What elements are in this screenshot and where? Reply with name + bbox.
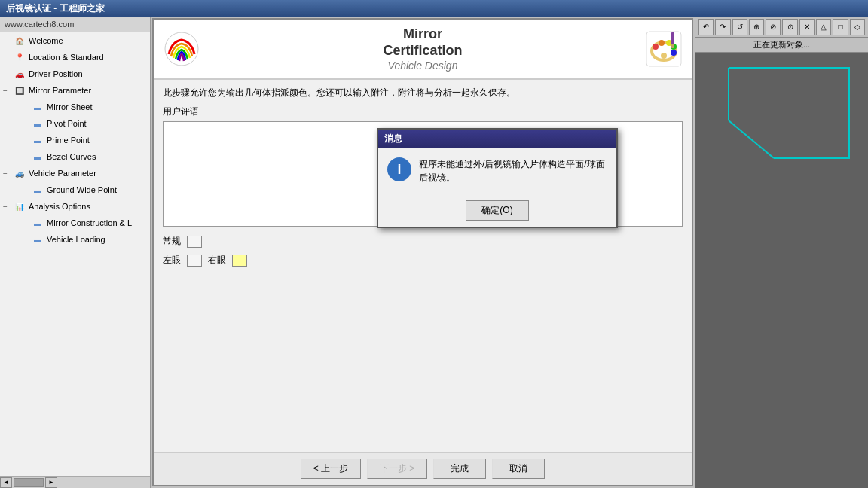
svg-point-8 bbox=[671, 50, 677, 56]
pivot-icon: ▬ bbox=[32, 117, 44, 130]
comment-label: 用户评语 bbox=[163, 105, 683, 118]
normal-color-row: 常规 bbox=[163, 235, 683, 248]
main-area: Mirror Certification Vehicle Design bbox=[151, 17, 695, 488]
title-bar: 后视镜认证 - 工程师之家 bbox=[0, 0, 868, 17]
next-button[interactable]: 下一步 > bbox=[367, 459, 427, 479]
mirror-sheet-icon: ▬ bbox=[32, 101, 44, 113]
rotate-btn[interactable]: ↺ bbox=[732, 19, 747, 35]
wizard-logo-icon bbox=[163, 30, 200, 68]
wizard-description: 此步骤允许您为输出几何体指派颜色。您还可以输入附注，附注将与分析一起永久保存。 bbox=[163, 86, 683, 99]
analysis-icon: 📊 bbox=[14, 200, 26, 212]
cad-shape-svg bbox=[714, 60, 864, 173]
wizard-title-block: Mirror Certification Vehicle Design bbox=[200, 26, 645, 71]
sidebar-label-vehicle-load: Vehicle Loading bbox=[47, 235, 105, 244]
sidebar-item-mirror-sheet[interactable]: ▬ Mirror Sheet bbox=[0, 99, 150, 115]
expand-mirror-sheet bbox=[21, 103, 30, 111]
dialog-ok-button[interactable]: 确定(O) bbox=[466, 200, 528, 221]
expand-welcome bbox=[3, 37, 12, 45]
expand-vehicle-load bbox=[21, 236, 30, 244]
right-eye-label: 右眼 bbox=[208, 254, 226, 267]
ground-icon: ▬ bbox=[32, 184, 44, 196]
expand-vehicle-param: − bbox=[3, 169, 12, 178]
cancel-button[interactable]: 取消 bbox=[492, 459, 545, 479]
welcome-icon: 🏠 bbox=[14, 35, 26, 47]
svg-point-4 bbox=[653, 44, 659, 50]
prime-icon: ▬ bbox=[32, 134, 44, 146]
dialog-info-icon: i bbox=[387, 157, 411, 181]
location-icon: 📍 bbox=[14, 51, 26, 63]
wizard-header: Mirror Certification Vehicle Design bbox=[154, 20, 692, 80]
sidebar-item-mirror-construction[interactable]: ▬ Mirror Construction & L bbox=[0, 215, 150, 231]
sidebar-item-analysis-options[interactable]: − 📊 Analysis Options bbox=[0, 198, 150, 215]
bezel-icon: ▬ bbox=[32, 151, 44, 163]
sidebar-header: www.cartech8.com bbox=[0, 17, 150, 32]
sidebar-scrollbar[interactable]: ◄ ► bbox=[0, 476, 150, 488]
sidebar-item-ground-wide[interactable]: ▬ Ground Wide Point bbox=[0, 181, 150, 198]
dialog-footer: 确定(O) bbox=[378, 194, 616, 227]
scroll-left-btn[interactable]: ◄ bbox=[0, 477, 12, 488]
left-eye-swatch[interactable] bbox=[187, 255, 202, 267]
dialog-box: 消息 i 程序未能通过外/后视镜输入片体构造平面/球面后视镜。 确定(O) bbox=[377, 128, 618, 228]
svg-point-5 bbox=[659, 40, 665, 46]
triangle-btn[interactable]: △ bbox=[816, 19, 831, 35]
sidebar: www.cartech8.com 🏠 Welcome 📍 Location & … bbox=[0, 17, 151, 488]
sidebar-item-vehicle-parameter[interactable]: − 🚙 Vehicle Parameter bbox=[0, 165, 150, 181]
expand-pivot bbox=[21, 120, 30, 128]
normal-label: 常规 bbox=[163, 235, 181, 248]
palette-icon bbox=[645, 30, 683, 68]
sidebar-label-ground: Ground Wide Point bbox=[47, 185, 117, 194]
svg-point-9 bbox=[661, 53, 667, 59]
sidebar-item-location-standard[interactable]: 📍 Location & Standard bbox=[0, 49, 150, 66]
sidebar-item-prime-point[interactable]: ▬ Prime Point bbox=[0, 132, 150, 148]
cad-viewport[interactable] bbox=[695, 53, 868, 488]
dialog-body: i 程序未能通过外/后视镜输入片体构造平面/球面后视镜。 bbox=[378, 148, 616, 194]
sidebar-item-bezel-curves[interactable]: ▬ Bezel Curves bbox=[0, 148, 150, 165]
sidebar-label-location: Location & Standard bbox=[29, 53, 104, 62]
undo-btn[interactable]: ↶ bbox=[698, 19, 714, 35]
sidebar-label-welcome: Welcome bbox=[29, 36, 63, 45]
mirror-const-icon: ▬ bbox=[32, 217, 44, 229]
sidebar-label-prime: Prime Point bbox=[47, 136, 90, 145]
scroll-right-btn[interactable]: ► bbox=[45, 477, 57, 488]
sidebar-item-mirror-parameter[interactable]: − 🔲 Mirror Parameter bbox=[0, 82, 150, 99]
zoom-in-btn[interactable]: ⊕ bbox=[749, 19, 764, 35]
cad-panel: ↶ ↷ ↺ ⊕ ⊘ ⊙ ✕ △ □ ◇ 正在更新对象... bbox=[695, 17, 868, 488]
fit-btn[interactable]: ⊙ bbox=[782, 19, 797, 35]
expand-mirror-const bbox=[21, 219, 30, 227]
left-eye-label: 左眼 bbox=[163, 254, 181, 267]
sidebar-label-analysis: Analysis Options bbox=[29, 202, 90, 211]
sidebar-label-driver: Driver Position bbox=[29, 69, 83, 78]
expand-location bbox=[3, 53, 12, 62]
dialog-message: 程序未能通过外/后视镜输入片体构造平面/球面后视镜。 bbox=[419, 157, 607, 185]
sidebar-label-bezel: Bezel Curves bbox=[47, 152, 96, 161]
wizard-panel: Mirror Certification Vehicle Design bbox=[152, 18, 693, 486]
expand-mirror-param: − bbox=[3, 87, 12, 95]
prev-button[interactable]: < 上一步 bbox=[301, 459, 361, 479]
sidebar-item-driver-position[interactable]: 🚗 Driver Position bbox=[0, 66, 150, 82]
expand-driver bbox=[3, 70, 12, 78]
finish-button[interactable]: 完成 bbox=[433, 459, 486, 479]
sidebar-item-welcome[interactable]: 🏠 Welcome bbox=[0, 32, 150, 49]
dialog-titlebar: 消息 bbox=[378, 130, 616, 148]
sidebar-label-mirror-sheet: Mirror Sheet bbox=[47, 102, 93, 111]
normal-color-swatch[interactable] bbox=[187, 236, 202, 248]
sidebar-label-pivot: Pivot Point bbox=[47, 119, 87, 128]
rect-btn[interactable]: □ bbox=[833, 19, 848, 35]
sidebar-item-vehicle-loading[interactable]: ▬ Vehicle Loading bbox=[0, 231, 150, 248]
sidebar-label-mirror-param: Mirror Parameter bbox=[29, 86, 91, 95]
diamond-btn[interactable]: ◇ bbox=[850, 19, 865, 35]
close-view-btn[interactable]: ✕ bbox=[799, 19, 815, 35]
driver-icon: 🚗 bbox=[14, 68, 26, 80]
expand-prime bbox=[21, 136, 30, 145]
scrollbar-thumb[interactable] bbox=[14, 478, 44, 487]
zoom-out-btn[interactable]: ⊘ bbox=[766, 19, 781, 35]
cad-toolbar: ↶ ↷ ↺ ⊕ ⊘ ⊙ ✕ △ □ ◇ bbox=[695, 17, 868, 38]
wizard-title-main: Mirror Certification bbox=[200, 26, 645, 59]
svg-line-13 bbox=[729, 120, 774, 158]
right-eye-swatch[interactable] bbox=[232, 255, 247, 267]
vehicle-param-icon: 🚙 bbox=[14, 167, 26, 179]
cad-status: 正在更新对象... bbox=[695, 38, 868, 53]
redo-btn[interactable]: ↷ bbox=[715, 19, 730, 35]
sidebar-item-pivot-point[interactable]: ▬ Pivot Point bbox=[0, 115, 150, 132]
mirror-param-icon: 🔲 bbox=[14, 84, 26, 96]
